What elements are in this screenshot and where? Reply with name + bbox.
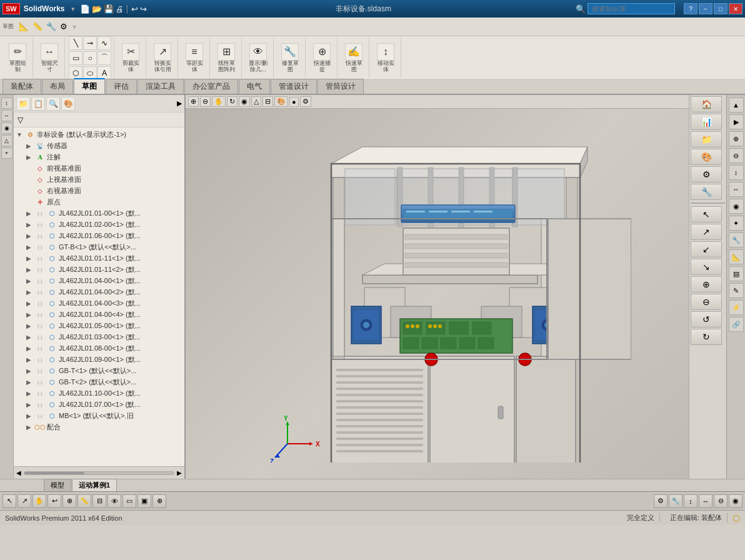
open-btn[interactable]: 📂 xyxy=(92,4,102,14)
fr-btn-11[interactable]: ▤ xyxy=(729,266,744,281)
rotate-btn[interactable]: ↻ xyxy=(227,96,238,107)
tree-area[interactable]: ▼ ⚙ 非标设备 (默认<显示状态-1>) ▶ 📡 传感器 ▶ A 注解 ◇ 前… xyxy=(14,128,184,466)
bt-snap-btn[interactable]: ⊕ xyxy=(152,494,166,508)
tree-item-p18[interactable]: ▶ (-) ⬡ JL462JL01.07.00<1> (默... xyxy=(14,399,184,410)
trim-btn[interactable]: ✂ 剪裁实体 xyxy=(118,42,143,74)
rp-folder-btn[interactable]: 📁 xyxy=(691,131,722,148)
view-options-btn[interactable]: ⚙ xyxy=(300,96,311,107)
fr-btn-14[interactable]: 🔗 xyxy=(729,317,744,332)
tab-office[interactable]: 办公室产品 xyxy=(184,79,238,94)
sketch-tool-4[interactable]: ⚙ xyxy=(60,22,68,31)
bt-zoom-btn[interactable]: ⊕ xyxy=(62,494,76,508)
bt-move-btn[interactable]: ✋ xyxy=(32,494,46,508)
undo-btn[interactable]: ↩ xyxy=(131,4,138,14)
smart-dim-btn[interactable]: ↔ 智能尺寸 xyxy=(37,42,62,74)
tree-item-sensor[interactable]: ▶ 📡 传感器 xyxy=(14,140,184,151)
maximize-btn[interactable]: □ xyxy=(714,3,728,14)
quick-snap-btn[interactable]: ⊕ 快速捕捉 xyxy=(309,42,334,74)
tab-render[interactable]: 渲染工具 xyxy=(138,79,184,94)
rp-color-btn[interactable]: 🎨 xyxy=(691,149,722,165)
bt-measure-btn[interactable]: 📏 xyxy=(78,494,91,508)
tree-item-p1[interactable]: ▶ (-) ⬡ JL462JL01.01-00<1> (默... xyxy=(14,208,184,219)
fr-btn-13[interactable]: ⚡ xyxy=(729,300,744,315)
bt-pointer-btn[interactable]: ↗ xyxy=(18,494,31,508)
bt-select-btn[interactable]: ↖ xyxy=(2,494,16,508)
tab-layout[interactable]: 布局 xyxy=(42,79,73,94)
line-btn[interactable]: ╲ xyxy=(69,36,82,50)
tab-tube[interactable]: 管筒设计 xyxy=(318,79,364,94)
tree-scroll-right[interactable]: ▶ xyxy=(177,469,182,476)
bt-section-btn[interactable]: ⊟ xyxy=(92,494,106,508)
tree-item-p10[interactable]: ▶ (-) ⬡ JL462JL01.04-00<4> (默... xyxy=(14,309,184,320)
rp-home-btn[interactable]: 🏠 xyxy=(691,96,722,112)
rp-settings-btn[interactable]: 🔧 xyxy=(691,184,722,200)
tree-item-top-plane[interactable]: ◇ 上视基准面 xyxy=(14,174,184,185)
left-tab-1[interactable]: ↕ xyxy=(1,98,12,109)
tree-expand[interactable]: ▶ xyxy=(177,99,182,108)
tab-assembly[interactable]: 装配体 xyxy=(2,79,41,94)
minimize-btn[interactable]: − xyxy=(699,3,712,14)
search-input[interactable] xyxy=(588,3,675,14)
left-tab-4[interactable]: △ xyxy=(1,135,12,146)
tree-item-p3[interactable]: ▶ (-) ⬡ JL462JL01.06-00<1> (默... xyxy=(14,230,184,241)
fr-btn-10[interactable]: 📐 xyxy=(729,249,744,264)
tab-motion[interactable]: 运动算例1 xyxy=(72,479,117,491)
tab-model[interactable]: 模型 xyxy=(44,479,71,491)
rp-view4-btn[interactable]: ↘ xyxy=(691,259,722,275)
bt-hide-btn[interactable]: 👁 xyxy=(108,494,121,508)
tree-item-origin[interactable]: ✛ 原点 xyxy=(14,196,184,208)
tree-item-p2[interactable]: ▶ (-) ⬡ JL462JL01.02-00<1> (默... xyxy=(14,219,184,230)
tree-root[interactable]: ▼ ⚙ 非标设备 (默认<显示状态-1>) xyxy=(14,129,184,140)
tab-evaluate[interactable]: 评估 xyxy=(106,79,137,94)
tab-pipe[interactable]: 管道设计 xyxy=(271,79,317,94)
left-tab-5[interactable]: + xyxy=(1,148,12,159)
print-btn[interactable]: 🖨 xyxy=(116,4,124,14)
bt-wire-btn[interactable]: ▭ xyxy=(122,494,136,508)
pan-btn[interactable]: ✋ xyxy=(212,96,226,107)
tree-item-right-plane[interactable]: ◇ 右视基准面 xyxy=(14,185,184,196)
rp-view6-btn[interactable]: ⊖ xyxy=(691,294,722,310)
rp-view7-btn[interactable]: ↺ xyxy=(691,311,722,328)
tree-item-p8[interactable]: ▶ (-) ⬡ JL462JL01.04-00<2> (默... xyxy=(14,286,184,298)
view-orient-btn[interactable]: ◉ xyxy=(239,96,250,107)
sketch-tool-3[interactable]: 🔧 xyxy=(46,22,56,31)
cad-view[interactable]: 视觉检像机 xyxy=(186,109,689,479)
redo-btn[interactable]: ↪ xyxy=(140,4,147,14)
close-btn[interactable]: ✕ xyxy=(729,3,742,14)
tree-item-p16[interactable]: ▶ (-) ⬡ GB-T<2> (默认<<默认>... xyxy=(14,376,184,388)
tree-item-p5[interactable]: ▶ (-) ⬡ JL462JL01.01-11<1> (默... xyxy=(14,252,184,264)
rp-view5-btn[interactable]: ⊕ xyxy=(691,276,722,292)
bt-shade-btn[interactable]: ▣ xyxy=(138,494,151,508)
tree-item-p13[interactable]: ▶ (-) ⬡ JL462JL01.08-00<1> (默... xyxy=(14,342,184,354)
tree-item-p12[interactable]: ▶ (-) ⬡ JL462JL01.03-00<1> (默... xyxy=(14,331,184,342)
repair-sketch-btn[interactable]: 🔧 修复草图 xyxy=(278,42,302,74)
tab-sketch[interactable]: 草图 xyxy=(74,78,105,94)
left-tab-3[interactable]: ◉ xyxy=(1,122,12,134)
tree-scrollbar[interactable]: ◀ ▶ xyxy=(14,466,184,479)
rp-view8-btn[interactable]: ↻ xyxy=(691,329,722,345)
view-color-btn[interactable]: ● xyxy=(289,97,299,107)
arc-btn[interactable]: ⌒ xyxy=(98,51,111,65)
tree-item-notes[interactable]: ▶ A 注解 xyxy=(14,151,184,162)
tree-scroll-left[interactable]: ◀ xyxy=(16,469,21,476)
bt-extra-4[interactable]: ↔ xyxy=(699,494,712,508)
tab-electrical[interactable]: 电气 xyxy=(239,79,270,94)
bt-extra-2[interactable]: 🔧 xyxy=(669,494,682,508)
tree-item-mates[interactable]: ▶ ⬡⬡ 配合 xyxy=(14,421,184,432)
linear-array-btn[interactable]: ⊞ 线性草图阵列 xyxy=(214,42,239,74)
left-tab-2[interactable]: ↔ xyxy=(1,110,12,121)
new-btn[interactable]: 📄 xyxy=(80,4,90,14)
fr-btn-3[interactable]: ⊕ xyxy=(729,131,744,146)
tree-item-p14[interactable]: ▶ (-) ⬡ JL462JL01.09-00<1> (默... xyxy=(14,354,184,365)
rp-view2-btn[interactable]: ↗ xyxy=(691,224,722,240)
fr-btn-8[interactable]: ✦ xyxy=(729,216,744,231)
fr-btn-12[interactable]: ✎ xyxy=(729,283,744,298)
save-btn[interactable]: 💾 xyxy=(104,4,114,14)
tree-tb-4[interactable]: 🎨 xyxy=(61,97,75,111)
rp-view1-btn[interactable]: ↖ xyxy=(691,206,722,222)
tree-item-p17[interactable]: ▶ (-) ⬡ JL462JL01.10-00<1> (默... xyxy=(14,388,184,399)
show-delete-btn[interactable]: 👁 显示/删除几... xyxy=(246,42,271,74)
fr-btn-1[interactable]: ▲ xyxy=(729,98,744,112)
fr-btn-2[interactable]: ▶ xyxy=(729,114,744,129)
rp-gear-btn[interactable]: ⚙ xyxy=(691,166,722,182)
